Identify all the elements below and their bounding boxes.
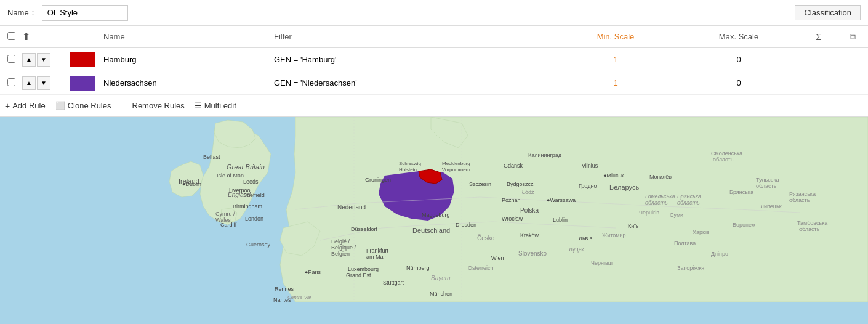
- svg-text:Kraków: Kraków: [520, 232, 539, 238]
- classification-button[interactable]: Classification: [795, 5, 861, 20]
- arrow-up-1[interactable]: ▲: [22, 53, 36, 67]
- svg-text:Тамбовська: Тамбовська: [797, 220, 827, 226]
- svg-text:Брянська: Брянська: [729, 189, 753, 195]
- row-max-scale-1: 0: [677, 55, 800, 64]
- svg-text:Смоленська: Смоленська: [711, 150, 742, 156]
- select-all-checkbox[interactable]: [7, 32, 15, 40]
- svg-text:Great Britain: Great Britain: [227, 163, 265, 171]
- header-name: Name: [101, 32, 271, 41]
- svg-text:Воронеж: Воронеж: [733, 222, 755, 228]
- svg-text:область: область: [756, 183, 777, 189]
- svg-text:Беларусь: Беларусь: [609, 184, 639, 191]
- svg-text:Lublin: Lublin: [553, 217, 568, 223]
- row-min-scale-1: 1: [554, 55, 677, 64]
- svg-text:Тульська: Тульська: [756, 177, 779, 183]
- checkbox-row-2[interactable]: [7, 78, 15, 86]
- svg-text:Cymru /: Cymru /: [215, 211, 235, 217]
- svg-text:Dresden: Dresden: [456, 222, 476, 228]
- row-checkbox-2[interactable]: [0, 78, 22, 88]
- svg-text:Чернігів: Чернігів: [639, 209, 659, 216]
- svg-text:Vilnius: Vilnius: [582, 163, 598, 169]
- multi-edit-icon: ☰: [195, 101, 202, 110]
- row-arrows-2: ▲ ▼: [22, 76, 64, 90]
- header-copy: ⧉: [837, 31, 868, 42]
- upload-icon: ⬆: [22, 31, 30, 42]
- svg-text:Belgié /: Belgié /: [331, 238, 350, 245]
- clone-rules-button[interactable]: ⬜ Clone Rules: [55, 101, 111, 110]
- arrow-up-2[interactable]: ▲: [22, 76, 36, 90]
- header-checkbox[interactable]: [0, 32, 22, 42]
- svg-text:Львів: Львів: [579, 235, 592, 241]
- row-checkbox-1[interactable]: [0, 55, 22, 65]
- multi-edit-button[interactable]: ☰ Multi edit: [195, 101, 236, 110]
- row-filter-2: GEN = 'Niedersachsen': [271, 78, 554, 87]
- color-swatch-2[interactable]: [70, 76, 95, 91]
- map-container[interactable]: Ireland Great Britain England Cymru / Wa…: [0, 117, 868, 324]
- clone-rules-label: Clone Rules: [68, 101, 111, 110]
- svg-text:Belgien: Belgien: [331, 251, 350, 257]
- svg-text:Харків: Харків: [693, 229, 709, 235]
- svg-text:Гомельська: Гомельська: [645, 193, 675, 200]
- name-label: Name：: [7, 7, 37, 18]
- add-rule-button[interactable]: + Add Rule: [5, 101, 46, 111]
- svg-text:Guernsey: Guernsey: [246, 241, 271, 248]
- svg-text:область: область: [799, 226, 820, 232]
- svg-text:Луцьк: Луцьк: [569, 246, 584, 253]
- header-max-scale: Max. Scale: [677, 32, 800, 41]
- header-sigma: Σ: [800, 31, 837, 42]
- svg-text:Grand Est: Grand Est: [346, 272, 371, 278]
- table-row: ▲ ▼ Niedersachsen GEN = 'Niedersachsen' …: [0, 71, 868, 95]
- svg-text:Могилёв: Могилёв: [649, 174, 672, 180]
- svg-text:Gdansk: Gdansk: [504, 163, 523, 169]
- svg-text:область: область: [713, 156, 734, 163]
- checkbox-row-1[interactable]: [7, 55, 15, 63]
- svg-text:Groningen: Groningen: [365, 177, 391, 183]
- remove-rules-button[interactable]: — Remove Rules: [121, 101, 185, 111]
- map-svg: Ireland Great Britain England Cymru / Wa…: [0, 117, 868, 302]
- svg-text:Bayern: Bayern: [431, 275, 451, 281]
- svg-text:Чернівці: Чернівці: [591, 260, 613, 266]
- color-swatch-1[interactable]: [70, 52, 95, 67]
- svg-text:Cardiff: Cardiff: [220, 222, 237, 228]
- toolbar: + Add Rule ⬜ Clone Rules — Remove Rules …: [0, 95, 868, 117]
- row-max-scale-2: 0: [677, 78, 800, 87]
- remove-rules-label: Remove Rules: [132, 101, 185, 110]
- svg-text:Запоріжжя: Запоріжжя: [677, 265, 704, 271]
- svg-text:Липецьк: Липецьк: [760, 203, 782, 209]
- svg-text:Rennes: Rennes: [275, 286, 294, 292]
- svg-text:Isle of Man: Isle of Man: [217, 172, 244, 179]
- svg-text:Magdeburg: Magdeburg: [422, 212, 450, 218]
- svg-text:Київ: Київ: [628, 223, 639, 229]
- svg-text:Łódź: Łódź: [522, 189, 534, 195]
- svg-text:Deutschland: Deutschland: [412, 227, 450, 234]
- svg-text:●Dublin: ●Dublin: [182, 181, 201, 187]
- arrow-down-2[interactable]: ▼: [37, 76, 50, 90]
- svg-text:München: München: [430, 291, 452, 297]
- svg-text:Mecklenburg-: Mecklenburg-: [442, 161, 472, 166]
- svg-text:Рязанська: Рязанська: [789, 191, 816, 197]
- svg-text:Дніпро: Дніпро: [711, 251, 728, 257]
- row-name-1: Hamburg: [101, 55, 271, 64]
- svg-text:Belfast: Belfast: [203, 154, 220, 160]
- svg-text:Брянська: Брянська: [677, 193, 701, 200]
- svg-text:Slovensko: Slovensko: [518, 250, 547, 257]
- svg-text:Bydgoszcz: Bydgoszcz: [507, 181, 534, 187]
- svg-text:Belgique /: Belgique /: [331, 245, 356, 251]
- plus-icon: +: [5, 101, 10, 111]
- svg-text:Житомир: Житомир: [602, 232, 626, 238]
- svg-text:●Paris: ●Paris: [305, 269, 321, 275]
- svg-text:Österreich: Österreich: [468, 265, 494, 271]
- svg-text:Česko: Česko: [477, 234, 495, 241]
- svg-text:Wrocław: Wrocław: [502, 216, 523, 222]
- svg-text:Luxembourg: Luxembourg: [348, 266, 379, 272]
- multi-edit-label: Multi edit: [204, 101, 236, 110]
- svg-text:●Мінськ: ●Мінськ: [603, 172, 624, 179]
- svg-text:Birmingham: Birmingham: [233, 203, 262, 209]
- svg-text:Leeds: Leeds: [243, 179, 259, 185]
- svg-text:Суми: Суми: [670, 212, 683, 218]
- svg-text:Nürnberg: Nürnberg: [406, 265, 430, 271]
- svg-text:●Warszawa: ●Warszawa: [547, 197, 576, 203]
- name-input[interactable]: [42, 5, 128, 21]
- svg-text:Wien: Wien: [491, 255, 504, 261]
- arrow-down-1[interactable]: ▼: [37, 53, 50, 67]
